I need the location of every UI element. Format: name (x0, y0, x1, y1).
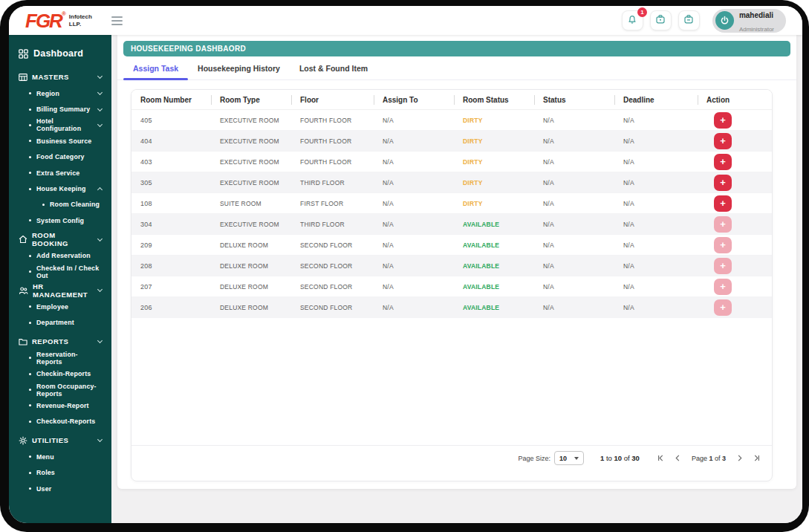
bullet-icon (29, 305, 31, 308)
bullet-icon (29, 373, 31, 375)
chevron-down-icon (97, 122, 103, 127)
previous-page-button[interactable] (675, 455, 681, 461)
table-row: 404 EXECUTIVE ROOM FOURTH FLOOR N/A DIRT… (131, 131, 772, 152)
sidebar-item-business-source[interactable]: Business Source (9, 133, 111, 149)
pagination-bar: Page Size: 10 1 to 10 of 30 (131, 445, 772, 470)
sidebar-item-user[interactable]: User (9, 481, 111, 496)
sidebar-section-label: UTILITIES (32, 436, 68, 444)
col-status: Status (534, 90, 614, 109)
checkin-calendar-button[interactable] (650, 10, 672, 30)
sidebar-item-label: Extra Service (36, 169, 79, 177)
checkout-calendar-button[interactable] (678, 10, 700, 30)
tab-assign-task[interactable]: Assign Task (123, 56, 188, 80)
sidebar-item-checkin-reports[interactable]: Checkin-Reports (9, 366, 111, 381)
bullet-icon (29, 487, 31, 490)
tab-housekeeping-history[interactable]: Housekeeping History (188, 56, 290, 80)
sidebar-section-hr-management[interactable]: HR MANAGEMENT (9, 282, 111, 299)
chevron-right-icon (736, 455, 743, 461)
add-task-button[interactable]: + (714, 195, 732, 212)
user-role: Administrator (739, 26, 774, 33)
cell-deadline: N/A (614, 262, 698, 270)
sidebar-item-extra-service[interactable]: Extra Service (9, 165, 111, 181)
sidebar-section-utilities[interactable]: UTILITIES (9, 432, 111, 449)
add-task-button[interactable]: + (714, 237, 732, 253)
sidebar-item-add-reservation[interactable]: Add Reservation (9, 248, 111, 264)
sidebar-item-roles[interactable]: Roles (9, 464, 111, 480)
add-task-button[interactable]: + (714, 279, 732, 295)
add-task-button[interactable]: + (714, 258, 732, 274)
sidebar-item-room-cleaning[interactable]: Room Cleaning (9, 197, 111, 213)
sidebar-item-revenue-report[interactable]: Revenue-Report (9, 398, 111, 413)
cell-room-number: 207 (131, 283, 211, 291)
add-task-button[interactable]: + (714, 175, 732, 191)
sidebar-item-label: Employee (36, 303, 68, 311)
sidebar-item-region[interactable]: Region (9, 85, 111, 101)
sidebar-item-hotel-configuration[interactable]: Hotel Configuration (9, 117, 111, 133)
chevron-up-icon (97, 186, 103, 192)
bullet-icon (29, 108, 31, 111)
notifications-button[interactable]: 1 (622, 10, 643, 30)
add-task-button[interactable]: + (714, 112, 732, 129)
cell-status: N/A (534, 241, 614, 249)
sidebar-item-checked-in-check-out[interactable]: Checked In / Check Out (9, 264, 111, 279)
last-page-button[interactable] (753, 455, 760, 461)
sidebar-section-reports[interactable]: REPORTS (9, 333, 111, 350)
cell-room-number: 108 (131, 200, 211, 207)
range-to-word: to (606, 454, 612, 462)
add-task-button[interactable]: + (714, 216, 732, 233)
calendar-icon (683, 14, 694, 27)
page-indicator: Page 1 of 3 (692, 455, 726, 462)
table-row: 108 SUITE ROOM FIRST FLOOR N/A DIRTY N/A… (131, 193, 772, 214)
sidebar-item-label: Room Occupancy-Reports (36, 383, 102, 398)
add-task-button[interactable]: + (714, 154, 732, 170)
next-page-button[interactable] (736, 455, 743, 461)
plus-icon: + (720, 177, 726, 188)
bullet-icon (29, 255, 31, 257)
assign-task-table: Room Number Room Type Floor Assign To Ro… (131, 89, 773, 481)
sidebar-item-dashboard[interactable]: Dashboard (9, 44, 111, 63)
hamburger-menu-icon[interactable] (111, 16, 123, 25)
gear-icon (19, 436, 27, 445)
window-frame: FGR ® Infotech LLP. 1 (0, 0, 809, 532)
sidebar-item-reservation-reports[interactable]: Reservation-Reports (9, 350, 111, 366)
cell-floor: SECOND FLOOR (291, 283, 374, 291)
chevron-down-icon (97, 437, 103, 442)
user-profile-button[interactable]: mahediali Administrator (712, 9, 786, 33)
bullet-icon (29, 472, 31, 474)
add-task-button[interactable]: + (714, 299, 732, 316)
sidebar-item-menu[interactable]: Menu (9, 449, 111, 464)
sidebar-section-room-booking[interactable]: ROOM BOOKING (9, 231, 111, 248)
cell-room-type: EXECUTIVE ROOM (211, 117, 291, 124)
calendar-icon (655, 14, 666, 27)
cell-floor: SECOND FLOOR (291, 262, 374, 270)
cell-room-number: 304 (131, 221, 211, 228)
sidebar-item-billing-summary[interactable]: Billing Summary (9, 101, 111, 117)
sidebar-item-food-category[interactable]: Food Category (9, 149, 111, 165)
bullet-icon (29, 357, 31, 359)
registered-mark-icon: ® (62, 10, 66, 17)
sidebar-item-label: Add Reservation (36, 252, 91, 259)
sidebar-section-masters[interactable]: MASTERS (9, 68, 111, 85)
sidebar-item-label: Room Cleaning (50, 201, 100, 208)
col-room-status: Room Status (454, 90, 534, 109)
plus-icon: + (720, 281, 726, 292)
sidebar-item-employee[interactable]: Employee (9, 299, 111, 314)
cell-room-type: SUITE ROOM (211, 200, 291, 207)
bullet-icon (29, 188, 31, 190)
table-row: 206 DELUXE ROOM SECOND FLOOR N/A AVAILAB… (131, 297, 772, 318)
sidebar-item-department[interactable]: Department (9, 315, 111, 331)
sidebar-item-room-occupancy-reports[interactable]: Room Occupancy-Reports (9, 382, 111, 398)
sidebar-item-system-config[interactable]: System Config (9, 213, 111, 228)
sidebar-item-label: Food Category (36, 153, 85, 160)
sidebar-item-house-keeping[interactable]: House Keeping (9, 181, 111, 196)
sidebar-item-checkout-reports[interactable]: Checkout-Reports (9, 414, 111, 429)
sidebar-item-label: System Config (36, 217, 84, 224)
tab-lost-found-item[interactable]: Lost & Found Item (290, 56, 377, 80)
cell-room-number: 405 (131, 117, 211, 124)
cell-floor: FIRST FLOOR (291, 200, 374, 207)
pager-controls: Page 1 of 3 (657, 455, 760, 462)
page-size-select[interactable]: 10 (554, 451, 584, 465)
add-task-button[interactable]: + (714, 133, 732, 149)
cell-deadline: N/A (614, 158, 698, 166)
first-page-button[interactable] (657, 455, 664, 461)
